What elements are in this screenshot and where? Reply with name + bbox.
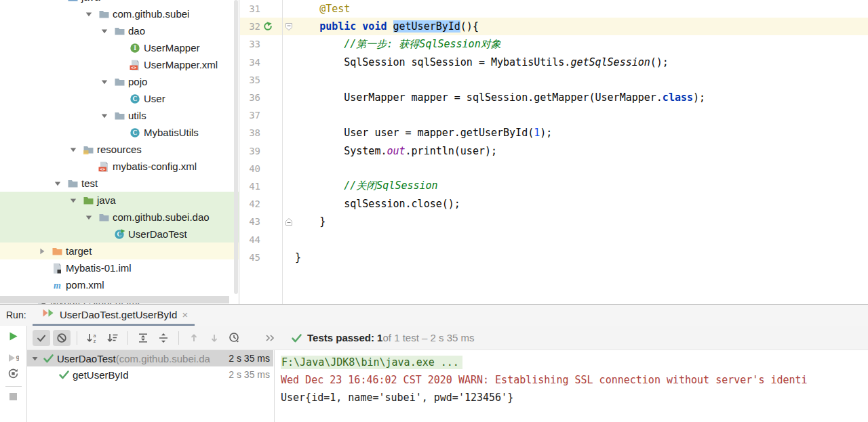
chevron-down-icon[interactable] (98, 78, 114, 86)
project-tree: javacom.github.subeidaoIUserMapper<>User… (0, 0, 239, 304)
editor-line-44[interactable]: 44 (240, 230, 868, 248)
next-occurrence-button[interactable] (205, 330, 223, 346)
tree-row-usermapper-xml[interactable]: <>UserMapper.xml (0, 56, 239, 73)
line-number[interactable]: 35 (240, 75, 260, 85)
editor-line-38[interactable]: 38 User user = mapper.getUserById(1); (240, 124, 868, 142)
svg-text:m: m (54, 280, 61, 291)
tree-row-pom-xml[interactable]: mpom.xml (0, 276, 239, 293)
tree-horizontal-scrollbar[interactable] (0, 296, 229, 303)
tree-row-usermapper[interactable]: IUserMapper (0, 39, 239, 56)
chevron-down-icon[interactable] (52, 180, 67, 188)
tree-row-target[interactable]: target (0, 242, 239, 259)
line-number[interactable]: 32 (240, 21, 260, 32)
editor-line-40[interactable]: 40 (240, 160, 868, 177)
more-button[interactable] (261, 330, 279, 346)
folder-java-main-icon (67, 0, 81, 3)
test-package-suffix: (com.github.subei.da (116, 353, 210, 364)
line-number[interactable]: 45 (240, 252, 260, 263)
editor-line-43[interactable]: 43 } (240, 213, 868, 230)
tree-row-test[interactable]: test (0, 175, 239, 192)
fold-marker-start[interactable] (283, 22, 294, 31)
tree-row-mybatis-01-iml[interactable]: Mybatis-01.iml (0, 259, 239, 276)
editor-line-37[interactable]: 37 (240, 106, 868, 124)
expand-all-button[interactable] (134, 330, 152, 346)
editor-line-34[interactable]: 34 SqlSession sqlSession = MybatisUtils.… (240, 54, 868, 71)
line-number[interactable]: 41 (240, 181, 260, 192)
line-number[interactable]: 31 (240, 3, 260, 14)
chevron-down-icon[interactable] (98, 27, 114, 35)
close-icon[interactable]: × (182, 310, 188, 320)
rerun-failed-button[interactable]: 9 (0, 353, 26, 363)
line-number[interactable]: 37 (240, 110, 260, 121)
line-number[interactable]: 36 (240, 92, 260, 103)
stop-button[interactable] (0, 392, 26, 401)
svg-text:C: C (133, 129, 138, 136)
line-number[interactable]: 44 (240, 234, 260, 245)
code-token: User user = mapper.getUserById( (344, 127, 534, 139)
run-test-gutter-icon[interactable] (260, 22, 275, 31)
editor-line-35[interactable]: 35 (240, 71, 868, 89)
code-text: public void getUserById(){ (295, 20, 479, 33)
maven-icon: m (52, 280, 66, 291)
code-token: (){ (460, 20, 479, 33)
console-output[interactable]: F:\Java\JDK8\bin\java.exe ...Wed Dec 23 … (274, 350, 868, 422)
rerun-button[interactable] (0, 331, 26, 341)
editor-line-42[interactable]: 42 sqlSession.close(); (240, 195, 868, 213)
tree-row-dao[interactable]: dao (0, 22, 239, 39)
fold-marker-end[interactable] (283, 217, 294, 226)
code-text: } (295, 215, 326, 228)
chevron-down-icon[interactable] (98, 112, 114, 120)
tree-row-userdaotest[interactable]: CUserDaoTest (0, 226, 239, 242)
editor-line-39[interactable]: 39 System.out.println(user); (240, 142, 868, 160)
tree-row-com-github-subei[interactable]: com.github.subei (0, 5, 239, 22)
tree-row-user[interactable]: CUser (0, 90, 239, 107)
tree-row-mybatisutils[interactable]: CMybatisUtils (0, 124, 239, 141)
test-result-row-getuserbyid[interactable]: getUserById2 s 35 ms (27, 366, 273, 383)
toggle-auto-test-button[interactable] (0, 368, 26, 379)
tree-row-utils[interactable]: utils (0, 107, 239, 124)
collapse-all-button[interactable] (155, 330, 172, 346)
line-number[interactable]: 33 (240, 39, 260, 49)
sort-by-duration-button[interactable] (104, 330, 121, 346)
line-number[interactable]: 42 (240, 198, 260, 209)
tree-row-com-github-subei-dao[interactable]: com.github.subei.dao (0, 209, 239, 226)
editor-line-45[interactable]: 45} (240, 249, 868, 266)
show-ignored-button[interactable] (53, 330, 71, 346)
code-token: 1 (534, 127, 540, 139)
tree-row-resources[interactable]: resources (0, 141, 239, 158)
show-passed-button[interactable] (33, 330, 50, 346)
editor-line-41[interactable]: 41 //关闭SqlSession (240, 177, 868, 195)
test-status: Tests passed: 1 of 1 test – 2 s 35 ms (291, 332, 475, 343)
tree-vertical-scrollbar[interactable] (234, 0, 238, 294)
run-tab[interactable]: UserDaoTest.getUserById × (33, 305, 195, 326)
chevron-down-icon[interactable] (83, 213, 98, 221)
tree-row-java[interactable]: java (0, 0, 239, 5)
editor-line-36[interactable]: 36 UserMapper mapper = sqlSession.getMap… (240, 89, 868, 106)
previous-occurrence-button[interactable] (185, 330, 203, 346)
tree-row-java[interactable]: java (0, 192, 239, 209)
editor-line-32[interactable]: 32 public void getUserById(){ (240, 18, 868, 35)
chevron-down-icon[interactable] (67, 196, 83, 205)
code-text: //关闭SqlSession (295, 180, 438, 192)
line-number[interactable]: 34 (240, 57, 260, 68)
test-history-button[interactable] (226, 330, 243, 346)
line-number[interactable]: 40 (240, 163, 260, 174)
test-result-row-userdaotest[interactable]: UserDaoTest (com.github.subei.da2 s 35 m… (27, 350, 273, 366)
chevron-down-icon[interactable] (67, 146, 83, 154)
chevron-down-icon[interactable] (52, 0, 67, 1)
tree-row-mybatis-config-xml[interactable]: <>mybatis-config.xml (0, 158, 239, 175)
editor-line-33[interactable]: 33 //第一步: 获得SqlSession对象 (240, 35, 868, 53)
code-token: } (319, 215, 326, 228)
chevron-down-icon[interactable] (83, 10, 98, 18)
chevron-right-icon[interactable] (36, 247, 52, 255)
code-token: UserMapper mapper = sqlSession.getMapper… (344, 91, 663, 104)
chevron-down-icon[interactable] (31, 355, 43, 362)
sort-alphabetically-button[interactable]: az (83, 330, 101, 346)
line-number[interactable]: 39 (240, 146, 260, 156)
line-number[interactable]: 38 (240, 127, 260, 138)
line-number[interactable]: 43 (240, 216, 260, 227)
class-icon: C (130, 127, 144, 138)
tree-row-pojo[interactable]: pojo (0, 73, 239, 90)
editor-line-31[interactable]: 31 @Test (240, 0, 868, 18)
code-editor[interactable]: 31 @Test32 public void getUserById(){33 … (240, 0, 868, 304)
